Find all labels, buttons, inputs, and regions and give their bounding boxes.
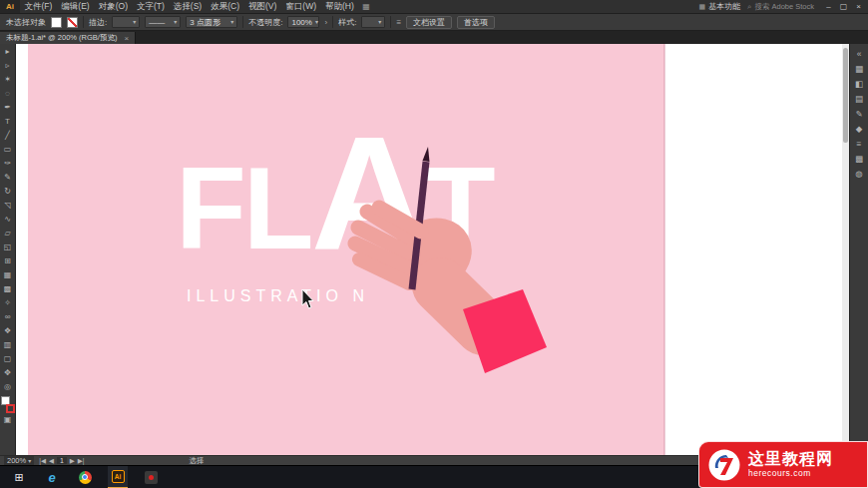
blend-tool-icon[interactable]: ∞	[1, 310, 15, 324]
watermark-text: 这里教程网 herecours.com	[748, 450, 833, 478]
type-tool-icon[interactable]: T	[1, 115, 15, 129]
menu-item[interactable]: 窗口(W)	[281, 1, 321, 13]
menu-item[interactable]: 文字(T)	[132, 1, 169, 13]
next-artboard-button[interactable]: ▶	[70, 457, 75, 465]
color-guide-panel-icon[interactable]: ◧	[851, 76, 868, 91]
scrollbar-thumb[interactable]	[843, 48, 848, 143]
zoom-tool-icon[interactable]: ◎	[1, 380, 15, 394]
stroke-width-dropdown[interactable]: ▾	[112, 16, 140, 28]
edge-icon: e	[48, 470, 55, 485]
free-transform-tool-icon[interactable]: ▱	[1, 227, 15, 241]
brush-definition-dropdown[interactable]: 3 点圆形 ▾	[186, 16, 237, 28]
document-setup-button[interactable]: 文档设置	[406, 16, 452, 29]
close-button[interactable]: ×	[851, 2, 866, 11]
arrange-documents-icon[interactable]: ▦	[362, 2, 370, 11]
main-menus: 文件(F)编辑(E)对象(O)文字(T)选择(S)效果(C)视图(V)窗口(W)…	[20, 0, 358, 13]
fill-color-swatch[interactable]	[51, 17, 62, 28]
document-tab[interactable]: 未标题-1.ai* @ 200% (RGB/预览) ×	[0, 32, 136, 44]
stroke-color-swatch[interactable]	[67, 17, 78, 28]
menu-item[interactable]: 文件(F)	[20, 1, 57, 13]
style-dropdown[interactable]: ▾	[361, 16, 385, 28]
site-logo	[707, 448, 741, 482]
maximize-button[interactable]: ▢	[836, 2, 851, 11]
line-tool-icon[interactable]: ╱	[1, 129, 15, 143]
screen-mode-icon[interactable]: ▣	[1, 413, 15, 427]
rotate-tool-icon[interactable]: ↻	[1, 185, 15, 199]
artboard-tool-icon[interactable]: ▢	[1, 352, 15, 366]
width-tool-icon[interactable]: ∿	[1, 213, 15, 227]
selection-status: 未选择对象	[6, 17, 46, 28]
tab-close-icon[interactable]: ×	[124, 34, 129, 43]
workspace-switcher[interactable]: ▦ 基本功能	[699, 1, 741, 12]
menu-item[interactable]: 帮助(H)	[321, 1, 359, 13]
start-button[interactable]: ⊞	[9, 466, 29, 488]
menu-item[interactable]: 编辑(E)	[57, 1, 94, 13]
menu-item[interactable]: 效果(C)	[207, 1, 244, 13]
swatches-panel-icon[interactable]: ▤	[851, 91, 868, 106]
menu-item[interactable]: 对象(O)	[94, 1, 132, 13]
stroke-profile-dropdown[interactable]: —— ▾	[145, 16, 181, 28]
subtitle-artwork[interactable]: ILLUSTRATIO N	[187, 287, 369, 305]
transparency-panel-icon[interactable]: ◍	[851, 166, 868, 181]
vertical-scrollbar[interactable]	[842, 44, 849, 455]
site-url: herecours.com	[748, 469, 833, 479]
stock-search[interactable]: ⌕ 搜索 Adobe Stock	[747, 2, 814, 12]
brushes-panel-icon[interactable]: ✎	[851, 106, 868, 121]
lasso-tool-icon[interactable]: ◌	[1, 87, 15, 101]
workspace: ▸▹✶◌✒T╱▭✑✎↻◹∿▱◱⊞▦▩✧∞❖▥▢✥◎ ▣ FL A T ILLUS…	[0, 44, 868, 455]
minimize-button[interactable]: –	[821, 2, 836, 11]
edge-taskbar-icon[interactable]: e	[42, 466, 62, 488]
first-artboard-button[interactable]: |◀	[39, 457, 46, 465]
chevron-down-icon: ▾	[133, 19, 136, 25]
opacity-panel-arrow-icon[interactable]: ›	[324, 18, 327, 27]
symbols-panel-icon[interactable]: ◆	[851, 121, 868, 136]
collapse-panels-icon[interactable]: «	[851, 46, 868, 61]
zoom-dropdown[interactable]: 200% ▾	[4, 456, 34, 465]
chevron-down-icon: ▾	[230, 19, 233, 25]
color-panel-icon[interactable]: ▦	[851, 61, 868, 76]
style-label: 样式:	[338, 17, 356, 28]
hand-tool-icon[interactable]: ✥	[1, 366, 15, 380]
direct-selection-tool-icon[interactable]: ▹	[1, 59, 15, 73]
paintbrush-tool-icon[interactable]: ✑	[1, 157, 15, 171]
watermark-badge: 这里教程网 herecours.com	[698, 441, 868, 488]
perspective-grid-tool-icon[interactable]: ⊞	[1, 254, 15, 268]
control-bar: 未选择对象 描边: ▾ —— ▾ 3 点圆形 ▾ 不透明度: 100% ▾ › …	[0, 13, 868, 31]
symbol-sprayer-tool-icon[interactable]: ❖	[1, 324, 15, 338]
canvas-area[interactable]: FL A T ILLUSTRATIO N	[16, 44, 849, 455]
preferences-button[interactable]: 首选项	[457, 16, 495, 29]
menu-bar: Ai 文件(F)编辑(E)对象(O)文字(T)选择(S)效果(C)视图(V)窗口…	[0, 0, 868, 13]
chevron-down-icon: ▾	[378, 19, 381, 25]
tools-panel: ▸▹✶◌✒T╱▭✑✎↻◹∿▱◱⊞▦▩✧∞❖▥▢✥◎ ▣	[0, 44, 16, 455]
opacity-dropdown[interactable]: 100% ▾	[287, 16, 319, 28]
magic-wand-tool-icon[interactable]: ✶	[1, 73, 15, 87]
menu-item[interactable]: 选择(S)	[169, 1, 206, 13]
pen-tool-icon[interactable]: ✒	[1, 101, 15, 115]
eyedropper-tool-icon[interactable]: ✧	[1, 296, 15, 310]
shape-builder-tool-icon[interactable]: ◱	[1, 241, 15, 254]
stroke-swatch[interactable]	[6, 404, 15, 413]
stroke-panel-icon[interactable]: ≡	[851, 136, 868, 151]
chrome-taskbar-icon[interactable]	[75, 466, 95, 488]
pencil-tool-icon[interactable]: ✎	[1, 171, 15, 185]
recorder-taskbar-icon[interactable]	[141, 466, 161, 488]
fill-stroke-indicator[interactable]	[1, 396, 15, 413]
last-artboard-button[interactable]: ▶|	[78, 457, 85, 465]
illustrator-taskbar-icon[interactable]: Ai	[108, 466, 128, 488]
document-tab-bar: 未标题-1.ai* @ 200% (RGB/预览) ×	[0, 31, 868, 44]
menu-item[interactable]: 视图(V)	[244, 1, 281, 13]
selection-tool-icon[interactable]: ▸	[1, 45, 15, 59]
graph-tool-icon[interactable]: ▥	[1, 338, 15, 352]
prev-artboard-button[interactable]: ◀	[49, 457, 54, 465]
headline-artwork[interactable]: FL A T	[176, 112, 493, 273]
app-logo: Ai	[0, 0, 20, 13]
workspace-label: 基本功能	[708, 1, 740, 12]
mesh-tool-icon[interactable]: ▦	[1, 268, 15, 282]
current-artboard-field[interactable]: 1	[57, 457, 67, 464]
scale-tool-icon[interactable]: ◹	[1, 199, 15, 213]
gradient-tool-icon[interactable]: ▩	[1, 282, 15, 296]
gradient-panel-icon[interactable]: ▩	[851, 151, 868, 166]
chevron-down-icon: ▾	[174, 19, 177, 25]
rectangle-tool-icon[interactable]: ▭	[1, 143, 15, 157]
panel-options-icon[interactable]: ≡	[396, 18, 401, 27]
